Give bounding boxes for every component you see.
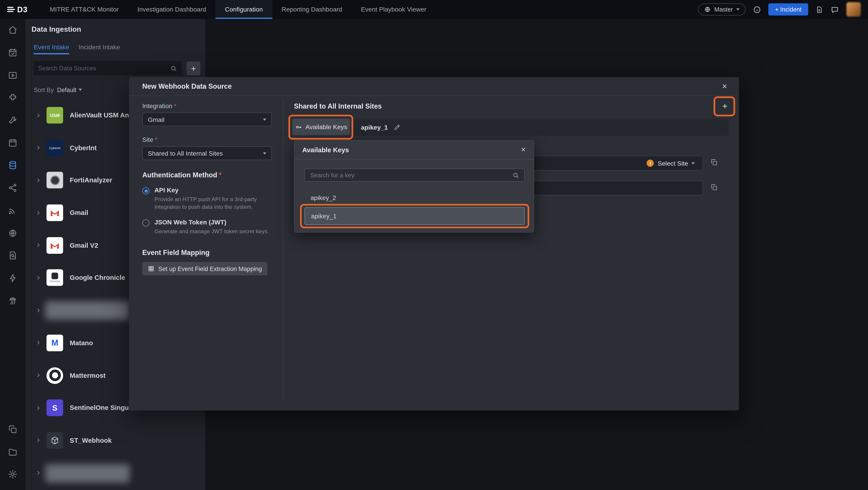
caret-down-icon [263,118,266,121]
master-label: Master [714,6,733,13]
nav-item-mitre-monitor[interactable]: MITRE ATT&CK Monitor [40,0,128,19]
web-icon[interactable] [0,222,26,244]
nav-item-investigation-dashboard[interactable]: Investigation Dashboard [128,0,215,19]
modal-close-icon[interactable]: ✕ [722,82,727,90]
info-icon[interactable] [753,5,761,13]
search-icon [512,171,519,179]
api-key-label: API Key [154,186,270,193]
copy-icon[interactable] [710,183,718,191]
playbooks-icon[interactable] [0,64,26,87]
cyberint-logo: Cyberint [46,139,63,156]
matano-logo: M [46,335,63,351]
tab-event-intake[interactable]: Event Intake [34,44,69,54]
gmail-v2-logo [46,237,63,254]
chevron-right-icon [35,470,46,476]
chevron-right-icon [35,340,46,346]
data-ingestion-icon[interactable] [0,154,26,177]
file-manager-icon[interactable] [0,440,26,463]
radio-unselected-icon[interactable] [142,220,149,227]
required-marker: * [219,171,221,179]
key-search-box [305,168,525,182]
key-item-apikey-1[interactable]: apikey_1 [305,207,525,225]
available-keys-button[interactable]: Available Keys [292,119,350,135]
schedule-icon[interactable] [0,41,26,64]
api-key-description: Provide an HTTP push API for a 3rd-party… [154,196,270,210]
integration-label: Integration* [142,103,272,109]
new-incident-button[interactable]: + Incident [768,3,808,16]
automation-icon[interactable] [0,267,26,289]
copy-icon[interactable] [710,158,718,166]
sort-row: Sort By Default [34,86,82,93]
redacted-source-blur [45,301,129,320]
data-source-search-input[interactable] [38,65,170,71]
selected-key-row: apikey_1 [354,119,728,136]
search-report-icon[interactable] [0,244,26,267]
nav-item-configuration[interactable]: Configuration [215,0,272,19]
intake-tabs: Event Intake Incident Intake [34,44,120,54]
modal-divider [283,100,283,398]
search-row: + [34,61,200,75]
warning-icon: ! [647,160,654,167]
caret-down-icon [736,8,740,11]
source-row-redacted-2[interactable] [26,462,206,484]
auth-option-api-key[interactable]: API Key Provide an HTTP push API for a 3… [142,186,272,210]
add-key-button[interactable]: + [717,100,733,113]
logo-text: D3 [17,5,28,14]
tab-incident-intake[interactable]: Incident Intake [79,44,120,54]
settings-gear-icon[interactable] [0,463,26,486]
modal-left-form: Integration* Gmail Site* Shared to All I… [142,103,272,275]
source-row-st-webhook[interactable]: ST_Webhook [26,429,206,452]
utilities-icon[interactable] [0,109,26,132]
d3-logo[interactable]: D3 [0,5,35,14]
new-webhook-modal: New Webhook Data Source ✕ Integration* G… [129,77,739,410]
chevron-right-icon [35,145,46,151]
chevron-right-icon [35,112,46,118]
sentinelone-logo: S [46,400,63,416]
fingerprint-icon[interactable] [0,289,26,312]
app-root: D3 MITRE ATT&CK Monitor Investigation Da… [0,0,868,490]
nav-item-event-playbook-viewer[interactable]: Event Playbook Viewer [351,0,436,19]
master-site-selector[interactable]: Master [698,3,746,16]
chevron-right-icon [35,405,46,411]
document-icon[interactable] [815,5,823,13]
user-avatar[interactable] [846,2,861,17]
chronicle-logo: chronicle [46,269,63,286]
caret-down-icon [691,162,695,164]
site-label: Site* [142,136,272,143]
nav-item-reporting-dashboard[interactable]: Reporting Dashboard [272,0,351,19]
auth-option-jwt[interactable]: JSON Web Token (JWT) Generate and manage… [142,219,272,235]
chevron-right-icon [35,307,46,313]
key-item-apikey-2[interactable]: apikey_2 [305,192,525,203]
sort-value-dropdown[interactable]: Default [57,86,82,93]
redacted-source-blur [45,464,129,482]
chevron-right-icon [35,275,46,281]
setup-field-mapping-button[interactable]: Set up Event Field Extraction Mapping [142,262,268,275]
home-icon[interactable] [0,19,26,41]
integration-select[interactable]: Gmail [142,112,272,126]
radio-selected-icon[interactable] [142,187,149,195]
popup-close-icon[interactable]: ✕ [521,146,526,153]
integrations-icon[interactable] [0,86,26,109]
mattermost-logo [46,367,63,383]
site-select[interactable]: Shared to All Internal Sites [142,146,272,160]
chat-icon[interactable] [830,5,839,13]
popup-title: Available Keys [302,146,349,153]
left-sidebar [0,19,26,490]
chevron-right-icon [35,242,46,249]
key-search-input[interactable] [310,172,512,178]
jwt-label: JSON Web Token (JWT) [154,219,270,225]
select-site-dropdown[interactable]: Select Site [657,160,694,167]
signal-icon[interactable] [0,199,26,222]
required-marker: * [155,136,157,143]
jwt-description: Generate and manage JWT token secret key… [154,228,270,235]
calendar-icon[interactable] [0,132,26,154]
add-data-source-button[interactable]: + [186,61,200,75]
copy-pages-icon[interactable] [0,418,26,441]
edit-pencil-icon[interactable] [393,123,401,131]
chevron-right-icon [35,372,46,378]
connections-icon[interactable] [0,177,26,199]
search-box [34,61,182,75]
modal-title: New Webhook Data Source [142,82,232,90]
required-marker: * [174,103,177,109]
gmail-logo [46,204,63,221]
